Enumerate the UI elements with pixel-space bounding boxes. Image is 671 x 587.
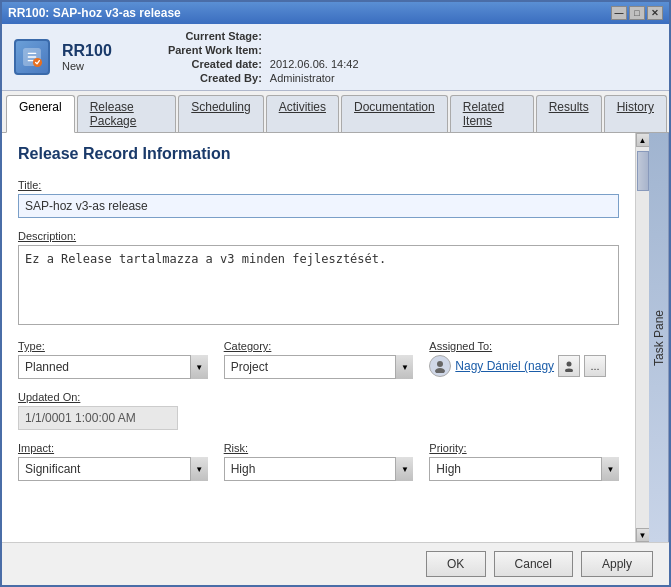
impact-risk-priority-row: Impact: Significant Minor Major ▼ Risk: bbox=[18, 442, 619, 481]
main-window: RR100: SAP-hoz v3-as release — □ ✕ RR100… bbox=[0, 0, 671, 587]
ok-button[interactable]: OK bbox=[426, 551, 486, 577]
updated-on-group: Updated On: bbox=[18, 391, 619, 430]
minimize-button[interactable]: — bbox=[611, 6, 627, 20]
tab-related-items[interactable]: Related Items bbox=[450, 95, 534, 132]
created-by-value: Administrator bbox=[270, 72, 335, 84]
created-date-row: Created date: 2012.06.06. 14:42 bbox=[152, 58, 657, 70]
type-select[interactable]: Planned Emergency Standard bbox=[18, 355, 208, 379]
risk-select[interactable]: High Medium Low bbox=[224, 457, 414, 481]
risk-col: Risk: High Medium Low ▼ bbox=[224, 442, 414, 481]
cancel-button[interactable]: Cancel bbox=[494, 551, 573, 577]
impact-select-wrapper: Significant Minor Major ▼ bbox=[18, 457, 208, 481]
assigned-to-more-button[interactable]: ... bbox=[584, 355, 606, 377]
svg-point-3 bbox=[435, 368, 445, 373]
priority-select-wrapper: High Medium Low ▼ bbox=[429, 457, 619, 481]
record-status: New bbox=[62, 60, 112, 72]
priority-label: Priority: bbox=[429, 442, 619, 454]
record-header: RR100 New Current Stage: Parent Work Ite… bbox=[2, 24, 669, 91]
assigned-avatar bbox=[429, 355, 451, 377]
footer-bar: OK Cancel Apply bbox=[2, 542, 669, 585]
record-id-area: RR100 New bbox=[62, 42, 112, 72]
current-stage-row: Current Stage: bbox=[152, 30, 657, 42]
assigned-to-row: Nagy Dániel (nagy ... bbox=[429, 355, 619, 377]
record-meta: Current Stage: Parent Work Item: Created… bbox=[152, 30, 657, 84]
tab-release-package[interactable]: Release Package bbox=[77, 95, 177, 132]
title-group: Title: bbox=[18, 179, 619, 218]
assigned-to-person-button[interactable] bbox=[558, 355, 580, 377]
tab-results[interactable]: Results bbox=[536, 95, 602, 132]
updated-on-input bbox=[18, 406, 178, 430]
created-by-label: Created By: bbox=[152, 72, 262, 84]
close-button[interactable]: ✕ bbox=[647, 6, 663, 20]
scroll-thumb[interactable] bbox=[637, 151, 649, 191]
priority-col: Priority: High Medium Low ▼ bbox=[429, 442, 619, 481]
type-col: Type: Planned Emergency Standard ▼ bbox=[18, 340, 208, 379]
tabs-bar: General Release Package Scheduling Activ… bbox=[2, 91, 669, 133]
title-label: Title: bbox=[18, 179, 619, 191]
tab-activities[interactable]: Activities bbox=[266, 95, 339, 132]
record-id: RR100 bbox=[62, 42, 112, 60]
task-pane-sidebar[interactable]: Task Pane bbox=[649, 133, 669, 542]
scroll-up-button[interactable]: ▲ bbox=[636, 133, 650, 147]
category-col: Category: Project Application Infrastruc… bbox=[224, 340, 414, 379]
task-pane-label: Task Pane bbox=[652, 309, 666, 365]
type-select-wrapper: Planned Emergency Standard ▼ bbox=[18, 355, 208, 379]
created-by-row: Created By: Administrator bbox=[152, 72, 657, 84]
main-form: Release Record Information Title: Descri… bbox=[2, 133, 635, 542]
risk-label: Risk: bbox=[224, 442, 414, 454]
apply-button[interactable]: Apply bbox=[581, 551, 653, 577]
assigned-to-col: Assigned To: Nagy Dániel (nagy bbox=[429, 340, 619, 379]
impact-select[interactable]: Significant Minor Major bbox=[18, 457, 208, 481]
current-stage-label: Current Stage: bbox=[152, 30, 262, 42]
svg-point-5 bbox=[565, 369, 573, 373]
impact-col: Impact: Significant Minor Major ▼ bbox=[18, 442, 208, 481]
tab-history[interactable]: History bbox=[604, 95, 667, 132]
created-date-label: Created date: bbox=[152, 58, 262, 70]
category-select[interactable]: Project Application Infrastructure bbox=[224, 355, 414, 379]
record-icon bbox=[14, 39, 50, 75]
svg-point-2 bbox=[437, 361, 443, 367]
assigned-to-label: Assigned To: bbox=[429, 340, 619, 352]
type-label: Type: bbox=[18, 340, 208, 352]
scroll-track[interactable] bbox=[636, 147, 650, 528]
priority-select[interactable]: High Medium Low bbox=[429, 457, 619, 481]
svg-point-4 bbox=[567, 362, 572, 367]
parent-work-item-row: Parent Work Item: bbox=[152, 44, 657, 56]
type-category-assigned-row: Type: Planned Emergency Standard ▼ Categ… bbox=[18, 340, 619, 379]
category-select-wrapper: Project Application Infrastructure ▼ bbox=[224, 355, 414, 379]
created-date-value: 2012.06.06. 14:42 bbox=[270, 58, 359, 70]
description-group: Description: Ez a Release tartalmazza a … bbox=[18, 230, 619, 328]
scroll-down-button[interactable]: ▼ bbox=[636, 528, 650, 542]
category-label: Category: bbox=[224, 340, 414, 352]
tab-general[interactable]: General bbox=[6, 95, 75, 133]
window-title: RR100: SAP-hoz v3-as release bbox=[8, 6, 181, 20]
tab-scheduling[interactable]: Scheduling bbox=[178, 95, 263, 132]
parent-work-item-label: Parent Work Item: bbox=[152, 44, 262, 56]
title-bar: RR100: SAP-hoz v3-as release — □ ✕ bbox=[2, 2, 669, 24]
vertical-scrollbar: ▲ ▼ bbox=[635, 133, 649, 542]
risk-select-wrapper: High Medium Low ▼ bbox=[224, 457, 414, 481]
title-input[interactable] bbox=[18, 194, 619, 218]
updated-on-label: Updated On: bbox=[18, 391, 619, 403]
description-input[interactable]: Ez a Release tartalmazza a v3 minden fej… bbox=[18, 245, 619, 325]
form-section-title: Release Record Information bbox=[18, 145, 619, 163]
content-area: Release Record Information Title: Descri… bbox=[2, 133, 669, 542]
tab-documentation[interactable]: Documentation bbox=[341, 95, 448, 132]
window-controls: — □ ✕ bbox=[611, 6, 663, 20]
impact-label: Impact: bbox=[18, 442, 208, 454]
description-label: Description: bbox=[18, 230, 619, 242]
assigned-to-link[interactable]: Nagy Dániel (nagy bbox=[455, 359, 554, 373]
maximize-button[interactable]: □ bbox=[629, 6, 645, 20]
